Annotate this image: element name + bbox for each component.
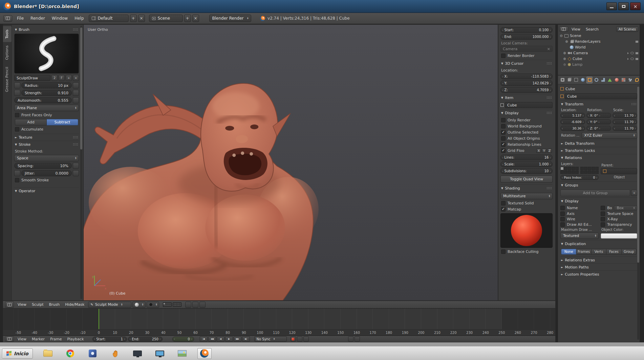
render-restrict-icon[interactable] <box>636 58 638 60</box>
start-button[interactable]: Inicio <box>2 348 33 359</box>
layers-widget-2[interactable] <box>173 302 181 307</box>
outliner-row-scene[interactable]: ⊖ Scene <box>559 33 638 39</box>
transform-panel-header[interactable]: Transform <box>560 100 637 107</box>
menu-item[interactable]: View <box>569 27 583 32</box>
jitter-slider[interactable]: Jitter: 0.0000 <box>21 170 72 176</box>
grid-floor-checkbox[interactable] <box>501 148 506 153</box>
clip-end-field[interactable]: End: 1000.000 <box>500 34 553 40</box>
tab-particles[interactable] <box>627 77 633 83</box>
accumulate-checkbox[interactable] <box>15 127 19 132</box>
panel-grip-icon[interactable] <box>73 136 78 139</box>
jump-to-start-button[interactable]: |◀ <box>200 336 208 342</box>
editor-type-button[interactable] <box>5 301 14 308</box>
menu-item[interactable]: Frame <box>47 337 64 342</box>
grid-subdivisions-field[interactable]: Subdivisions: 10 <box>500 168 553 174</box>
motion-paths-header[interactable]: Motion Paths <box>560 263 637 271</box>
selectable-restrict-icon[interactable] <box>627 58 629 60</box>
minimize-button[interactable] <box>606 2 617 10</box>
auto-keyframe-button[interactable] <box>291 336 296 342</box>
fake-user-button[interactable]: F <box>59 75 65 81</box>
tab-scene[interactable] <box>573 77 579 83</box>
cursor-x-field[interactable]: X: -110.5083 <box>500 74 553 79</box>
front-faces-checkbox[interactable] <box>15 113 19 117</box>
taskbar-hand-button[interactable] <box>108 348 122 359</box>
axis-checkbox[interactable] <box>560 212 565 216</box>
subtract-button[interactable]: Subtract <box>47 119 78 125</box>
tab-object-data[interactable] <box>607 77 613 83</box>
transparency-checkbox[interactable] <box>601 222 605 227</box>
panel-grip-icon[interactable] <box>546 62 552 65</box>
panel-grip-icon[interactable] <box>631 103 637 106</box>
previous-keyframe-button[interactable]: ◀◀ <box>208 336 216 342</box>
unified-strength-toggle[interactable] <box>14 90 20 96</box>
menu-item[interactable]: Render <box>27 15 48 22</box>
location-z-field[interactable]: 30.36 <box>560 126 585 131</box>
scrollbar-thumb[interactable] <box>637 86 639 263</box>
panel-grip-icon[interactable] <box>546 187 552 190</box>
matcap-preview[interactable] <box>500 213 553 248</box>
screen-layout-selector[interactable]: Default <box>89 15 129 22</box>
item-name-field[interactable]: Cube <box>505 102 553 108</box>
pivot-selector[interactable]: ▴▾ <box>147 302 159 308</box>
cursor-panel-header[interactable]: 3D Cursor <box>500 60 553 67</box>
mode-selector[interactable]: ✎ Sculpt Mode ▴▾ <box>88 302 131 308</box>
frame-end-field[interactable]: End: 250 <box>128 337 163 342</box>
panel-grip-icon[interactable] <box>546 112 552 115</box>
transform-locks-header[interactable]: Transform Locks <box>560 147 637 154</box>
taskbar-computer-button[interactable] <box>130 348 145 359</box>
clip-start-field[interactable]: Start: 0.100 <box>500 27 553 33</box>
editor-type-button[interactable] <box>5 336 14 342</box>
groups-panel-header[interactable]: Groups <box>560 181 637 188</box>
brush-preview[interactable] <box>14 34 79 74</box>
brush-users-button[interactable]: 2 <box>51 75 58 81</box>
tab-options[interactable]: Options <box>3 42 12 63</box>
maximum-draw-type-dropdown[interactable]: Textured ▴▾ <box>560 233 599 239</box>
outliner-row-world[interactable]: World <box>559 44 638 50</box>
bounds-checkbox[interactable] <box>601 206 605 210</box>
rotation-y-field[interactable]: Y: 0° <box>586 119 611 124</box>
bounds-type-dropdown[interactable]: Box ▴▾ <box>614 205 637 211</box>
viewport-3d[interactable]: User Ortho x y (0) Cube <box>83 24 498 301</box>
duplication-panel-header[interactable]: Duplication <box>560 240 637 247</box>
shading-mode-dropdown[interactable]: Multitexture ▴▾ <box>500 193 553 199</box>
item-panel-header[interactable]: Item <box>500 94 553 101</box>
driver-icon[interactable] <box>348 336 353 342</box>
all-object-origins-checkbox[interactable] <box>501 136 506 141</box>
menu-item[interactable]: Marker <box>29 337 47 342</box>
menu-item[interactable]: Playback <box>64 337 86 342</box>
tab-modifiers[interactable] <box>600 77 606 83</box>
layers-widget[interactable] <box>560 167 599 174</box>
grid-scale-field[interactable]: Scale: 1.000 <box>500 161 553 167</box>
xray-checkbox[interactable] <box>601 217 605 221</box>
add-layout-button[interactable]: + <box>130 15 137 22</box>
scrollbar-thumb[interactable] <box>80 27 82 149</box>
cursor-z-field[interactable]: Z: 4.7059 <box>500 87 553 93</box>
cursor-y-field[interactable]: Y: 142.0629 <box>500 80 553 86</box>
close-button[interactable]: × <box>630 2 641 10</box>
clear-camera-icon[interactable]: × <box>547 47 550 51</box>
snap-toggle[interactable] <box>185 302 191 308</box>
draw-all-edges-checkbox[interactable] <box>560 222 565 227</box>
stroke-panel-header[interactable]: Stroke <box>14 141 79 148</box>
menu-item[interactable]: Sculpt <box>29 302 46 307</box>
outliner-row-renderlayers[interactable]: ⊕ RenderLayers <box>559 39 638 44</box>
menu-item[interactable]: Search <box>583 27 601 32</box>
object-color-swatch[interactable] <box>601 233 637 239</box>
add-brush-button[interactable]: + <box>66 75 72 81</box>
tab-material[interactable] <box>614 77 620 83</box>
rotation-z-field[interactable]: Z: 0° <box>586 126 611 131</box>
grid-lines-field[interactable]: Lines: 16 <box>500 155 553 160</box>
rotation-x-field[interactable]: X: 0° <box>586 113 611 118</box>
scale-x-field[interactable]: 11.70 <box>613 113 637 118</box>
render-border-checkbox[interactable] <box>501 54 506 58</box>
properties-scrollbar[interactable] <box>637 86 639 340</box>
outliner-row-lamp[interactable]: ⊕ Lamp <box>559 62 638 67</box>
collapse-icon[interactable]: ⊖ <box>559 34 563 38</box>
delete-scene-button[interactable]: × <box>192 15 199 22</box>
scale-y-field[interactable]: 11.70 <box>613 119 637 124</box>
menu-item[interactable]: Window <box>48 15 71 22</box>
tab-physics[interactable] <box>634 77 640 83</box>
relations-panel-header[interactable]: Relations <box>560 154 637 161</box>
strength-pressure-toggle[interactable] <box>73 90 79 96</box>
taskbar-chrome-button[interactable] <box>63 348 78 359</box>
